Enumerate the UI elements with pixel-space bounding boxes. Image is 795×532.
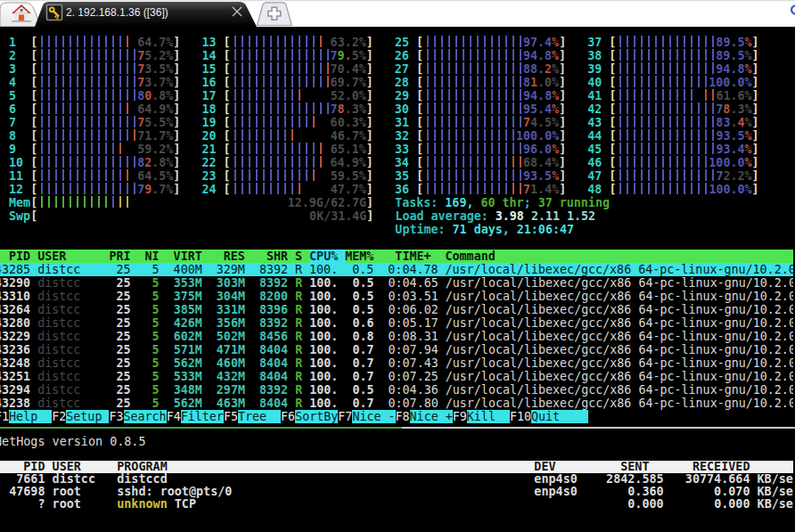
svg-text:2. 192.168.1.36 ([36]): 2. 192.168.1.36 ([36]) bbox=[66, 6, 168, 19]
